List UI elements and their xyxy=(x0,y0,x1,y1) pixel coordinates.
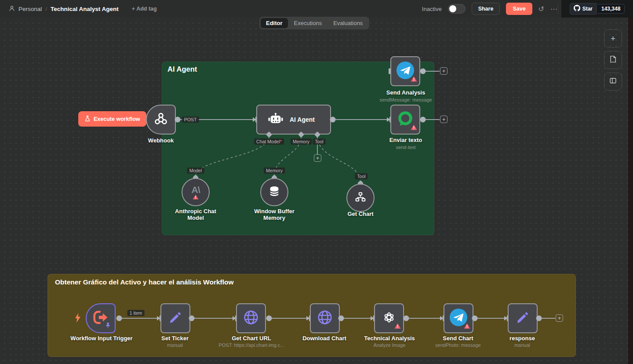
breadcrumb-workspace[interactable]: Personal xyxy=(18,6,42,12)
node-sub-set-ticker: manual xyxy=(167,342,183,348)
warning-icon xyxy=(394,323,401,331)
node-get-chart-url[interactable] xyxy=(236,303,266,333)
robot-icon xyxy=(267,112,284,127)
node-set-ticker[interactable] xyxy=(160,303,190,333)
agent-memory-port-label: Memory xyxy=(291,138,312,145)
node-workflow-input-trigger[interactable] xyxy=(86,303,116,333)
add-tool-button[interactable]: + xyxy=(314,154,321,162)
node-label-window-memory: Window Buffer Memory xyxy=(250,208,299,222)
node-get-chart[interactable] xyxy=(346,184,375,212)
right-panel-edge xyxy=(628,18,633,364)
webhook-icon xyxy=(153,111,168,128)
node-technical-analysis[interactable] xyxy=(374,303,404,333)
sitemap-icon xyxy=(355,191,366,204)
node-label-webhook: Webhook xyxy=(148,137,174,144)
node-label-send-chart: Send Chart xyxy=(443,335,473,342)
node-sub-send-analysis: sendMessage: message xyxy=(379,97,432,102)
memory-port-label: Memory xyxy=(264,167,285,174)
node-webhook[interactable] xyxy=(146,105,176,135)
anthropic-port-label: Model xyxy=(187,167,204,174)
globe-icon xyxy=(316,309,333,328)
node-sub-enviar-texto: send-text xyxy=(396,145,415,150)
breadcrumb-separator: / xyxy=(45,6,47,12)
toggle-panel-button[interactable] xyxy=(604,73,622,91)
warning-icon xyxy=(193,193,199,201)
github-icon xyxy=(574,5,580,13)
node-label-download-chart: Download Chart xyxy=(302,335,346,342)
lightning-icon[interactable] xyxy=(75,313,81,324)
webhook-method-chip: POST xyxy=(182,116,199,123)
node-send-chart[interactable] xyxy=(444,303,473,333)
node-download-chart[interactable] xyxy=(310,303,340,333)
node-label-enviar-texto: Enviar texto xyxy=(389,137,422,143)
download-output-port[interactable] xyxy=(338,316,344,321)
pencil-icon xyxy=(515,310,530,327)
tab-executions[interactable]: Executions xyxy=(289,18,327,28)
person-icon xyxy=(9,5,15,13)
status-label: Inactive xyxy=(422,6,442,12)
node-sub-response: manual xyxy=(514,342,530,348)
node-ai-agent[interactable]: AI Agent xyxy=(256,105,331,135)
webhook-output-port[interactable] xyxy=(175,117,181,123)
database-icon xyxy=(268,185,280,199)
node-label-get-chart-url: Get Chart URL xyxy=(232,335,271,342)
sendanalysis-output-port[interactable] xyxy=(420,69,426,74)
node-sub-get-chart-url: POST: https://api.chart-img.c... xyxy=(218,342,284,348)
agent-output-port[interactable] xyxy=(330,117,336,123)
setticker-output-port[interactable] xyxy=(189,316,195,321)
execute-workflow-button[interactable]: Execute workflow xyxy=(78,111,146,127)
node-label-set-ticker: Set Ticker xyxy=(161,335,189,342)
response-add-button[interactable]: + xyxy=(556,314,563,322)
topbar-actions: Inactive Share Save ↺ ⋯ xyxy=(422,0,557,18)
agent-node-title: AI Agent xyxy=(290,116,315,123)
node-response[interactable] xyxy=(508,303,538,333)
topbar-divider xyxy=(558,4,558,14)
group-title-workflow: Obtener Gráfico del Activo y hacer el an… xyxy=(55,278,234,286)
node-anthropic-chat-model[interactable]: A\ xyxy=(182,178,210,206)
add-node-button[interactable]: + xyxy=(604,29,622,47)
trigger-output-port[interactable] xyxy=(116,316,122,321)
enviar-add-button[interactable]: + xyxy=(440,116,447,123)
warning-icon xyxy=(464,323,470,331)
view-tabs: Editor Executions Evaluations xyxy=(259,17,369,29)
save-button[interactable]: Save xyxy=(506,3,532,15)
sticky-note-icon xyxy=(609,55,617,65)
top-bar: Personal / Technical Analyst Agent + Add… xyxy=(0,0,633,18)
workflow-title[interactable]: Technical Analyst Agent xyxy=(51,6,119,12)
add-sticky-note-button[interactable] xyxy=(604,51,622,69)
history-icon[interactable]: ↺ xyxy=(538,5,544,13)
technical-output-port[interactable] xyxy=(404,316,409,321)
flask-icon xyxy=(84,115,91,123)
active-toggle[interactable] xyxy=(448,4,466,14)
split-panel-icon xyxy=(609,77,617,87)
enviar-output-port[interactable] xyxy=(420,117,426,123)
tool-port-label: Tool xyxy=(355,173,367,179)
breadcrumb: Personal / Technical Analyst Agent + Add… xyxy=(0,5,157,13)
agent-chatmodel-port-label: Chat Model* xyxy=(254,138,284,145)
response-output-port[interactable] xyxy=(536,316,542,321)
items-count-chip: 1 item xyxy=(127,310,145,316)
node-sub-technical-analysis: Analyze Image xyxy=(374,342,406,348)
node-label-get-chart: Get Chart xyxy=(347,211,373,217)
node-enviar-texto[interactable] xyxy=(390,105,420,135)
group-title-ai-agent: AI Agent xyxy=(167,65,197,73)
more-options-icon[interactable]: ⋯ xyxy=(550,5,557,13)
github-star-button[interactable]: Star xyxy=(570,3,597,15)
add-tag-button[interactable]: + Add tag xyxy=(132,6,157,12)
sendchart-output-port[interactable] xyxy=(472,316,478,321)
tab-evaluations[interactable]: Evaluations xyxy=(328,18,368,28)
github-widget: Star 143,348 xyxy=(561,0,633,18)
node-label-anthropic: Anthropic Chat Model xyxy=(171,208,220,222)
github-star-count[interactable]: 143,348 xyxy=(597,4,625,14)
node-window-buffer-memory[interactable] xyxy=(260,178,288,206)
warning-icon xyxy=(411,76,417,84)
node-label-response: response xyxy=(509,335,535,342)
tab-editor[interactable]: Editor xyxy=(261,18,288,28)
sendanalysis-add-button[interactable]: + xyxy=(440,67,447,75)
node-label-send-analysis: Send Analysis xyxy=(386,89,425,96)
node-send-analysis[interactable] xyxy=(390,56,420,86)
getcharturl-output-port[interactable] xyxy=(266,316,272,321)
pencil-icon xyxy=(168,310,183,327)
share-button[interactable]: Share xyxy=(472,3,500,15)
node-sub-send-chart: sendPhoto: message xyxy=(435,342,480,348)
